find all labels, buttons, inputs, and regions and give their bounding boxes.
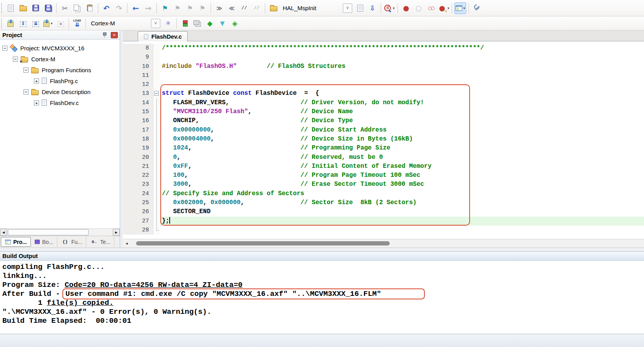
code-text[interactable]: /***************************************… bbox=[160, 44, 644, 53]
start-debug-session-dropdown-arrow[interactable]: ▾ bbox=[393, 6, 395, 10]
indent-button[interactable]: ≫ bbox=[213, 2, 225, 14]
manage-project-items-button[interactable] bbox=[192, 18, 203, 29]
expander-minus-icon[interactable]: − bbox=[2, 46, 7, 51]
manage-rte-button[interactable] bbox=[179, 18, 191, 29]
expander-plus-icon[interactable]: + bbox=[34, 78, 39, 84]
bookmark-next-button[interactable]: ⚑ bbox=[184, 2, 196, 14]
project-hscrollbar[interactable]: ◀ ▶ bbox=[0, 228, 120, 236]
tree-item-cortex-m[interactable]: −Cortex-M bbox=[0, 53, 120, 64]
undo-button[interactable]: ↶ bbox=[101, 2, 112, 14]
insert-breakpoint-button[interactable]: ● bbox=[400, 2, 412, 14]
find-in-files-button[interactable] bbox=[268, 2, 279, 14]
code-text[interactable]: SECTOR_END bbox=[160, 207, 644, 216]
code-text[interactable]: struct FlashDevice const FlashDevice = { bbox=[160, 89, 644, 98]
code-text[interactable]: 1024, // Programming Page Size bbox=[160, 144, 644, 153]
navigate-back-button[interactable]: ← bbox=[130, 2, 142, 14]
translate-button[interactable] bbox=[5, 18, 16, 29]
batch-build-button[interactable]: ▾ bbox=[42, 18, 54, 29]
configure-tools-button[interactable] bbox=[471, 2, 483, 14]
panel-tab-project[interactable]: Pro... bbox=[1, 237, 31, 247]
scroll-left-icon[interactable]: ◂ bbox=[126, 241, 128, 246]
fold-collapse-icon[interactable]: − bbox=[154, 91, 159, 96]
rebuild-button[interactable] bbox=[30, 18, 41, 29]
code-text[interactable]: 0x00004000, // Device Size in Bytes (16k… bbox=[160, 135, 644, 144]
stop-build-button[interactable] bbox=[55, 18, 66, 29]
tree-item-project-root[interactable]: −Project: MVCM3XXX_16 bbox=[0, 43, 120, 53]
select-device-button[interactable]: ◆ bbox=[204, 18, 216, 29]
expander-minus-icon[interactable]: − bbox=[23, 89, 28, 94]
save-button[interactable] bbox=[30, 2, 41, 14]
build-button[interactable] bbox=[17, 18, 29, 29]
expander-minus-icon[interactable]: − bbox=[23, 68, 28, 73]
comment-button[interactable]: // bbox=[238, 2, 250, 14]
code-editor[interactable]: 8/**************************************… bbox=[123, 41, 644, 239]
code-text[interactable]: 100, // Program Page Timeout 100 mSec bbox=[160, 171, 644, 180]
bookmark-toggle-button[interactable]: ⚑ bbox=[159, 2, 171, 14]
code-text[interactable]: 0x002000, 0x000000, // Sector Size 8kB (… bbox=[160, 198, 644, 207]
new-file-button[interactable] bbox=[5, 2, 16, 14]
code-text[interactable]: #include "FlashOS.H" // FlashOS Structur… bbox=[160, 62, 644, 71]
disable-all-breakpoints-button[interactable]: ○○ bbox=[425, 2, 437, 14]
navigate-forward-button[interactable]: → bbox=[142, 2, 154, 14]
code-text[interactable] bbox=[160, 71, 644, 80]
redo-button[interactable]: ↷ bbox=[113, 2, 125, 14]
target-select[interactable]: Cortex-M bbox=[88, 18, 149, 28]
file-extensions-button[interactable]: ▼ bbox=[216, 18, 228, 29]
target-dropdown-button[interactable]: ˅ bbox=[151, 19, 160, 28]
bookmark-prev-button[interactable]: ⚑ bbox=[172, 2, 183, 14]
tree-item-device-description[interactable]: −Device Description bbox=[0, 86, 120, 97]
scroll-right-icon[interactable]: ▶ bbox=[113, 229, 120, 236]
panel-tab-functions[interactable]: {}Fu... bbox=[57, 237, 86, 247]
code-text[interactable]: 0x00000000, // Device Start Address bbox=[160, 126, 644, 135]
kill-all-breakpoints-button[interactable]: ●▾ bbox=[438, 2, 449, 14]
bookmark-clear-button[interactable]: ⚑ bbox=[197, 2, 208, 14]
enable-breakpoint-button[interactable]: ○ bbox=[413, 2, 424, 14]
incremental-find-button[interactable]: ⇩ bbox=[367, 2, 378, 14]
start-debug-session-button[interactable]: ▾ bbox=[383, 2, 395, 14]
toolbar-grip[interactable] bbox=[1, 18, 3, 28]
kill-all-breakpoints-dropdown-arrow[interactable]: ▾ bbox=[447, 6, 449, 10]
scroll-left-icon[interactable]: ◀ bbox=[0, 229, 7, 236]
uncomment-button[interactable]: // bbox=[251, 2, 263, 14]
pin-icon[interactable] bbox=[102, 32, 107, 38]
paste-button[interactable] bbox=[84, 2, 96, 14]
code-text[interactable] bbox=[160, 80, 644, 89]
expander-minus-icon[interactable]: − bbox=[13, 57, 18, 62]
open-file-button[interactable] bbox=[17, 2, 29, 14]
code-text[interactable]: ONCHIP, // Device Type bbox=[160, 116, 644, 125]
toolbar-grip[interactable] bbox=[1, 3, 3, 13]
panel-tab-books[interactable]: Bo... bbox=[31, 237, 57, 247]
editor-hscrollbar[interactable]: ◂ bbox=[123, 239, 644, 247]
code-text[interactable]: "MVCM3110/250 Flash", // Device Name bbox=[160, 107, 644, 116]
save-all-button[interactable] bbox=[42, 2, 54, 14]
tree-item-program-functions[interactable]: −Program Functions bbox=[0, 64, 120, 75]
scroll-thumb[interactable] bbox=[8, 229, 89, 235]
outdent-button[interactable]: ≪ bbox=[226, 2, 238, 14]
scroll-thumb[interactable] bbox=[136, 241, 390, 246]
editor-tab-flashdev[interactable]: FlashDev.c bbox=[138, 31, 188, 41]
expander-plus-icon[interactable]: + bbox=[34, 100, 39, 105]
tree-item-flashprg-c[interactable]: +FlashPrg.c bbox=[0, 75, 120, 86]
scroll-track[interactable] bbox=[7, 229, 113, 236]
code-text[interactable]: 0, // Reserved, must be 0 bbox=[160, 153, 644, 162]
cut-button[interactable]: ✂ bbox=[59, 2, 71, 14]
code-text[interactable]: }; bbox=[160, 217, 644, 226]
close-icon[interactable] bbox=[111, 32, 118, 38]
code-text[interactable]: 3000, // Erase Sector Timeout 3000 mSec bbox=[160, 180, 644, 189]
download-to-flash-button[interactable] bbox=[71, 18, 83, 29]
software-packs-button[interactable]: ◈ bbox=[229, 18, 241, 29]
panel-splitter[interactable] bbox=[120, 30, 123, 247]
window-layout-button[interactable]: ▾ bbox=[454, 2, 466, 14]
tree-item-flashdev-c[interactable]: +FlashDev.c bbox=[0, 97, 120, 108]
code-text[interactable] bbox=[160, 226, 644, 235]
search-dropdown-button[interactable]: ˅ bbox=[343, 4, 352, 13]
copy-button[interactable] bbox=[71, 2, 83, 14]
code-text[interactable] bbox=[160, 53, 644, 62]
batch-build-dropdown-arrow[interactable]: ▾ bbox=[51, 21, 53, 25]
code-text[interactable]: FLASH_DRV_VERS, // Driver Version, do no… bbox=[160, 98, 644, 107]
window-layout-dropdown-arrow[interactable]: ▾ bbox=[463, 6, 465, 10]
code-text[interactable]: 0xFF, // Initial Content of Erased Memor… bbox=[160, 162, 644, 171]
code-text[interactable]: // Specify Size and Address of Sectors bbox=[160, 189, 644, 198]
find-in-files-dialog-button[interactable] bbox=[354, 2, 366, 14]
panel-tab-templates[interactable]: 0→Te... bbox=[86, 237, 114, 247]
